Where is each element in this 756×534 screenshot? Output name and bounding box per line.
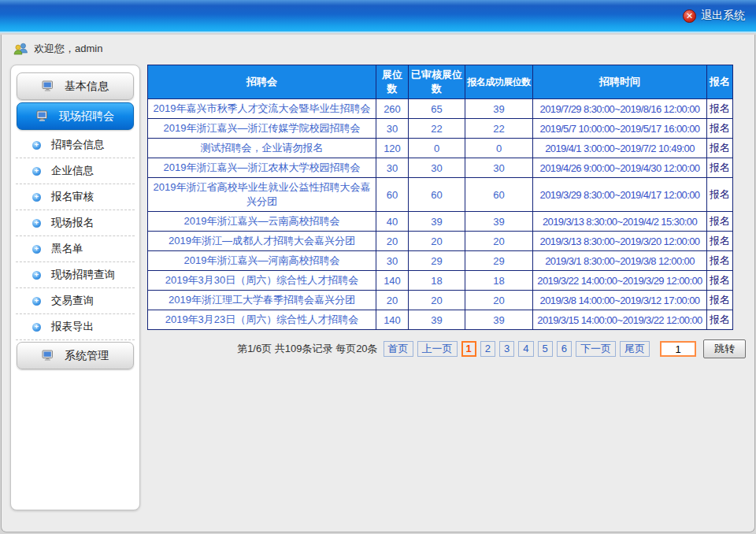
fair-name-link[interactable]: 2019年浙江省高校毕业生就业公益性招聘大会嘉兴分团 — [154, 181, 371, 207]
signup-link[interactable]: 报名 — [710, 215, 730, 227]
jump-page-input[interactable] — [660, 341, 696, 357]
fair-name-link[interactable]: 2019年3月30日（周六）综合性人才招聘会 — [165, 274, 359, 286]
page-button[interactable]: 6 — [557, 341, 572, 357]
plus-orb-icon: + — [32, 245, 41, 254]
recruit-time: 2019/3/13 8:30:00~2019/3/20 12:00:00 — [533, 232, 707, 251]
plus-orb-icon: + — [32, 219, 41, 228]
col-header-success: 报名成功展位数 — [465, 65, 533, 99]
recruit-time: 2019/3/15 14:00:00~2019/3/22 12:00:00 — [533, 310, 707, 330]
sidebar-item-basic-info[interactable]: 基本信息 — [17, 72, 134, 100]
signup-link[interactable]: 报名 — [710, 254, 730, 266]
monitor-icon — [42, 350, 55, 362]
page-button[interactable]: 4 — [518, 341, 533, 357]
sidebar-subitem[interactable]: + 现场招聘查询 — [16, 262, 135, 288]
sidebar-subitem[interactable]: + 报表导出 — [16, 314, 135, 340]
signup-link[interactable]: 报名 — [710, 161, 730, 173]
table-row: 2019年浙江嘉兴—浙江农林大学校园招聘会 30 30 30 2019/4/26… — [148, 158, 733, 178]
fair-name-link[interactable]: 2019年浙江嘉兴—云南高校招聘会 — [184, 215, 340, 227]
table-header-row: 招聘会 展位数 已审核展位数 报名成功展位数 招聘时间 报名 — [148, 65, 733, 99]
plus-orb-icon: + — [32, 193, 41, 202]
approved-booth-count: 65 — [409, 99, 465, 119]
sidebar-subitem-label: 报表导出 — [51, 320, 94, 334]
logout-button[interactable]: ✕ 退出系统 — [683, 9, 745, 23]
recruit-time: 2019/7/29 8:30:00~2019/8/16 12:00:00 — [533, 99, 707, 119]
approved-booth-count: 0 — [409, 139, 465, 158]
table-row: 2019年浙江嘉兴—河南高校招聘会 30 29 29 2019/3/1 8:30… — [148, 251, 733, 271]
sidebar-subitem-label: 黑名单 — [51, 242, 83, 256]
table-row: 2019年浙江嘉兴—浙江传媒学院校园招聘会 30 22 22 2019/5/7 … — [148, 119, 733, 139]
jump-button[interactable]: 跳转 — [703, 339, 746, 358]
first-page-button[interactable]: 首页 — [384, 341, 413, 357]
col-header-booths: 展位数 — [376, 65, 409, 99]
signup-link[interactable]: 报名 — [710, 274, 730, 286]
fair-name-link[interactable]: 2019年浙江嘉兴—浙江传媒学院校园招聘会 — [164, 122, 361, 134]
sidebar-subitem[interactable]: + 交易查询 — [16, 288, 135, 314]
sidebar-subitem-label: 报名审核 — [51, 190, 94, 204]
sidebar-subitem-label: 招聘会信息 — [51, 138, 105, 152]
content-frame: 欢迎您，admin 基本信息 — [1, 35, 755, 532]
sidebar-subitem[interactable]: + 黑名单 — [16, 236, 135, 262]
recruit-time: 2019/4/1 3:00:00~2019/7/2 10:49:00 — [533, 139, 707, 158]
sidebar-subitem[interactable]: + 现场报名 — [16, 210, 135, 236]
signup-link[interactable]: 报名 — [710, 313, 730, 325]
approved-booth-count: 39 — [409, 212, 465, 232]
plus-orb-icon: + — [32, 141, 41, 150]
plus-orb-icon: + — [32, 271, 41, 280]
success-booth-count: 30 — [465, 158, 533, 178]
booth-count: 60 — [376, 178, 409, 212]
success-booth-count: 29 — [465, 251, 533, 271]
booth-count: 260 — [376, 99, 409, 119]
col-header-approved: 已审核展位数 — [409, 65, 465, 99]
page-button[interactable]: 5 — [538, 341, 553, 357]
recruit-time: 2019/3/13 8:30:00~2019/4/2 15:30:00 — [533, 212, 707, 232]
success-booth-count: 60 — [465, 178, 533, 212]
fair-name-link[interactable]: 2019年嘉兴市秋季人才交流大会暨毕业生招聘会 — [154, 102, 371, 114]
fair-name-link[interactable]: 2019年浙江嘉兴—河南高校招聘会 — [184, 254, 340, 266]
booth-count: 30 — [376, 119, 409, 139]
signup-link[interactable]: 报名 — [710, 102, 730, 114]
approved-booth-count: 39 — [409, 310, 465, 330]
last-page-button[interactable]: 尾页 — [620, 341, 650, 357]
table-row: 2019年浙江省高校毕业生就业公益性招聘大会嘉兴分团 60 60 60 2019… — [148, 178, 733, 212]
prev-page-button[interactable]: 上一页 — [417, 341, 458, 357]
page-button-current[interactable]: 1 — [461, 341, 476, 357]
signup-link[interactable]: 报名 — [710, 235, 730, 247]
success-booth-count: 22 — [465, 119, 533, 139]
sidebar-subitem[interactable]: + 招聘会信息 — [16, 132, 135, 158]
col-header-action: 报名 — [707, 65, 733, 99]
approved-booth-count: 60 — [409, 178, 465, 212]
booth-count: 20 — [376, 291, 409, 310]
page-button[interactable]: 3 — [499, 341, 514, 357]
table-row: 测试招聘会，企业请勿报名 120 0 0 2019/4/1 3:00:00~20… — [148, 139, 733, 158]
plus-orb-icon: + — [32, 323, 41, 332]
signup-link[interactable]: 报名 — [710, 122, 730, 134]
signup-link[interactable]: 报名 — [710, 188, 730, 200]
signup-link[interactable]: 报名 — [710, 142, 730, 154]
booth-count: 120 — [376, 139, 409, 158]
sidebar-subitem[interactable]: + 企业信息 — [16, 158, 135, 184]
job-fairs-table: 招聘会 展位数 已审核展位数 报名成功展位数 招聘时间 报名 2019年嘉兴市秋… — [147, 65, 733, 330]
sidebar-subitem-label: 现场招聘查询 — [51, 268, 115, 282]
booth-count: 30 — [376, 251, 409, 271]
next-page-button[interactable]: 下一页 — [576, 341, 616, 357]
monitor-icon — [36, 110, 50, 122]
sidebar-subitem[interactable]: + 报名审核 — [16, 184, 135, 210]
sidebar-subitem-label: 现场报名 — [51, 216, 94, 230]
sidebar-item-onsite-fair[interactable]: 现场招聘会 — [17, 102, 134, 130]
fair-name-link[interactable]: 2019年浙江—成都人才招聘大会嘉兴分团 — [169, 235, 355, 247]
fair-name-link[interactable]: 2019年浙江嘉兴—浙江农林大学校园招聘会 — [164, 161, 361, 173]
fair-name-link[interactable]: 测试招聘会，企业请勿报名 — [201, 142, 324, 154]
page-button[interactable]: 2 — [480, 341, 495, 357]
success-booth-count: 39 — [465, 310, 533, 330]
signup-link[interactable]: 报名 — [710, 294, 730, 306]
approved-booth-count: 20 — [409, 291, 465, 310]
success-booth-count: 39 — [465, 212, 533, 232]
plus-orb-icon: + — [32, 167, 41, 176]
recruit-time: 2019/3/1 8:30:00~2019/3/8 12:00:00 — [533, 251, 707, 271]
fair-name-link[interactable]: 2019年浙江理工大学春季招聘会嘉兴分团 — [169, 294, 355, 306]
fair-name-link[interactable]: 2019年3月23日（周六）综合性人才招聘会 — [165, 313, 359, 325]
table-row: 2019年浙江嘉兴—云南高校招聘会 40 39 39 2019/3/13 8:3… — [148, 212, 733, 232]
sidebar-item-system-mgmt[interactable]: 系统管理 — [17, 342, 134, 369]
approved-booth-count: 30 — [409, 158, 465, 178]
main-content: 招聘会 展位数 已审核展位数 报名成功展位数 招聘时间 报名 2019年嘉兴市秋… — [147, 65, 746, 510]
